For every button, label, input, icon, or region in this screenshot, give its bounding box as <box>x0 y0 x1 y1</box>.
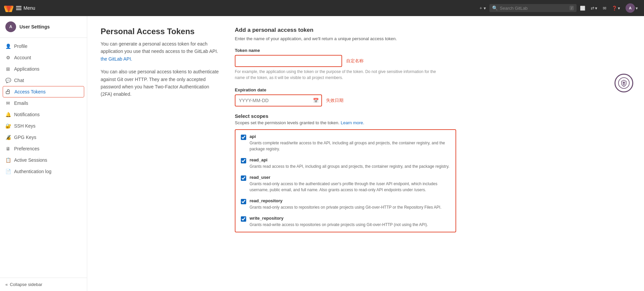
scope-read-api-desc: Grants read access to the API, including… <box>250 163 450 169</box>
sidebar-item-active-sessions[interactable]: 📋 Active Sessions <box>0 154 87 166</box>
ssh-icon: 🔐 <box>5 123 11 129</box>
scope-read-api-checkbox[interactable] <box>241 158 246 163</box>
scopes-title: Select scopes <box>235 113 631 119</box>
scope-read-user-desc: Grants read-only access to the authentic… <box>250 181 450 193</box>
expiration-row: 📅 失效日期 <box>235 94 631 106</box>
scope-read-api-name: read_api <box>250 157 450 162</box>
account-icon: ⚙ <box>5 55 11 60</box>
sidebar-item-profile[interactable]: 👤 Profile <box>0 41 87 52</box>
chevron-icon: ▾ <box>618 6 620 11</box>
todo-icon: ✉ <box>603 6 606 11</box>
scope-write-repository-name: write_repository <box>250 216 450 221</box>
scope-read-repository-checkbox[interactable] <box>241 199 246 204</box>
chevron-icon: ▾ <box>636 6 638 11</box>
chevron-icon: ▾ <box>484 6 486 11</box>
merge-requests-button[interactable]: ⇄ ▾ <box>589 4 599 13</box>
token-name-input[interactable] <box>235 55 342 67</box>
sidebar-item-notifications[interactable]: 🔔 Notifications <box>0 109 87 120</box>
expiration-input[interactable] <box>235 94 322 106</box>
issues-button[interactable]: ⬜ <box>578 4 587 13</box>
notifications-icon: 🔔 <box>5 112 11 117</box>
scope-api-desc: Grants complete read/write access to the… <box>250 140 450 152</box>
scope-write-repository-checkbox[interactable] <box>241 216 246 222</box>
learn-more-link[interactable]: Learn more. <box>341 120 364 125</box>
scope-api: api Grants complete read/write access to… <box>241 134 450 152</box>
token-icon <box>6 89 11 94</box>
chevron-icon: ▾ <box>595 6 597 11</box>
profile-icon: 👤 <box>5 44 11 49</box>
token-name-label: Token name <box>235 48 631 53</box>
preferences-icon: 🖥 <box>5 146 11 151</box>
scope-read-api: read_api Grants read access to the API, … <box>241 157 450 169</box>
new-item-button[interactable]: ＋ ▾ <box>477 3 488 13</box>
emails-icon: ✉ <box>5 100 11 106</box>
chevron-left-icon: « <box>5 282 8 287</box>
scope-read-repository-name: read_repository <box>250 198 450 203</box>
sidebar-nav: 👤 Profile ⚙ Account ⊞ Applications 💬 Cha… <box>0 38 87 278</box>
collapse-sidebar[interactable]: « Collapse sidebar <box>0 278 87 291</box>
todos-button[interactable]: ✉ <box>601 4 608 13</box>
sidebar-item-account[interactable]: ⚙ Account <box>0 52 87 63</box>
user-menu-button[interactable]: A ▾ <box>624 1 640 15</box>
scope-read-repository-desc: Grants read-only access to repositories … <box>250 204 450 210</box>
description-2: You can also use personal access tokens … <box>101 68 221 98</box>
slash-shortcut: / <box>570 6 574 10</box>
collapse-label: Collapse sidebar <box>10 282 42 287</box>
token-name-hint: For example, the application using the t… <box>235 69 443 81</box>
sidebar-item-label: Notifications <box>14 112 40 117</box>
sidebar-item-applications[interactable]: ⊞ Applications <box>0 63 87 75</box>
floating-badge <box>614 74 633 92</box>
sidebar-item-label: Authentication log <box>14 169 51 174</box>
content-row: Personal Access Tokens You can generate … <box>101 27 631 232</box>
search-box[interactable]: 🔍 / <box>489 4 577 12</box>
scopes-subtitle: Scopes set the permission levels granted… <box>235 120 631 125</box>
topnav: Menu ＋ ▾ 🔍 / ⬜ ⇄ ▾ ✉ ❓ ▾ A ▾ <box>0 0 644 16</box>
expiration-annotation: 失效日期 <box>326 97 343 103</box>
scope-read-user-checkbox[interactable] <box>241 175 246 181</box>
sessions-icon: 📋 <box>5 157 11 163</box>
sidebar-item-auth-log[interactable]: 📄 Authentication log <box>0 166 87 177</box>
sidebar-avatar: A <box>5 21 16 32</box>
sidebar-item-emails[interactable]: ✉ Emails <box>0 97 87 109</box>
add-token-title: Add a personal access token <box>235 27 631 33</box>
sidebar-item-label: Access Tokens <box>14 89 46 94</box>
applications-icon: ⊞ <box>5 66 11 72</box>
help-icon: ❓ <box>612 6 617 11</box>
menu-label: Menu <box>23 5 35 11</box>
sidebar-item-chat[interactable]: 💬 Chat <box>0 75 87 86</box>
help-button[interactable]: ❓ ▾ <box>610 4 622 13</box>
form-panel: Add a personal access token Enter the na… <box>235 27 631 232</box>
main-layout: A User Settings 👤 Profile ⚙ Account ⊞ Ap… <box>0 16 644 291</box>
page-title: Personal Access Tokens <box>101 27 221 36</box>
issues-icon: ⬜ <box>580 6 585 11</box>
topnav-actions: ＋ ▾ 🔍 / ⬜ ⇄ ▾ ✉ ❓ ▾ A ▾ <box>477 1 640 15</box>
description-panel: Personal Access Tokens You can generate … <box>101 27 221 232</box>
sidebar-item-access-tokens[interactable]: Access Tokens <box>3 86 84 97</box>
svg-point-2 <box>623 82 625 83</box>
sidebar-item-label: Profile <box>14 44 28 49</box>
main-content: Personal Access Tokens You can generate … <box>87 16 644 291</box>
sidebar-item-label: Account <box>14 55 31 60</box>
scopes-section: Select scopes Scopes set the permission … <box>235 113 631 232</box>
sidebar-item-preferences[interactable]: 🖥 Preferences <box>0 143 87 154</box>
gitlab-logo[interactable] <box>4 3 13 13</box>
sidebar-item-gpg-keys[interactable]: 🔏 GPG Keys <box>0 132 87 143</box>
token-name-group: Token name 自定名称 For example, the applica… <box>235 48 631 81</box>
add-token-subtitle: Enter the name of your application, and … <box>235 36 631 41</box>
menu-toggle[interactable]: Menu <box>16 5 35 11</box>
chat-icon: 💬 <box>5 78 11 83</box>
sidebar-item-label: GPG Keys <box>14 135 36 140</box>
sidebar-item-ssh-keys[interactable]: 🔐 SSH Keys <box>0 120 87 132</box>
token-name-row: 自定名称 <box>235 55 631 67</box>
sidebar-item-label: Chat <box>14 78 24 83</box>
search-input[interactable] <box>500 6 568 11</box>
token-name-annotation: 自定名称 <box>346 58 364 64</box>
gpg-icon: 🔏 <box>5 135 11 140</box>
scope-read-user-name: read_user <box>250 175 450 180</box>
gitlab-api-link[interactable]: the GitLab API. <box>101 56 132 62</box>
scope-api-checkbox[interactable] <box>241 135 246 140</box>
shield-icon <box>618 77 630 89</box>
sidebar-item-label: Applications <box>14 66 40 72</box>
svg-rect-0 <box>6 91 9 94</box>
sidebar-item-label: Preferences <box>14 146 39 151</box>
